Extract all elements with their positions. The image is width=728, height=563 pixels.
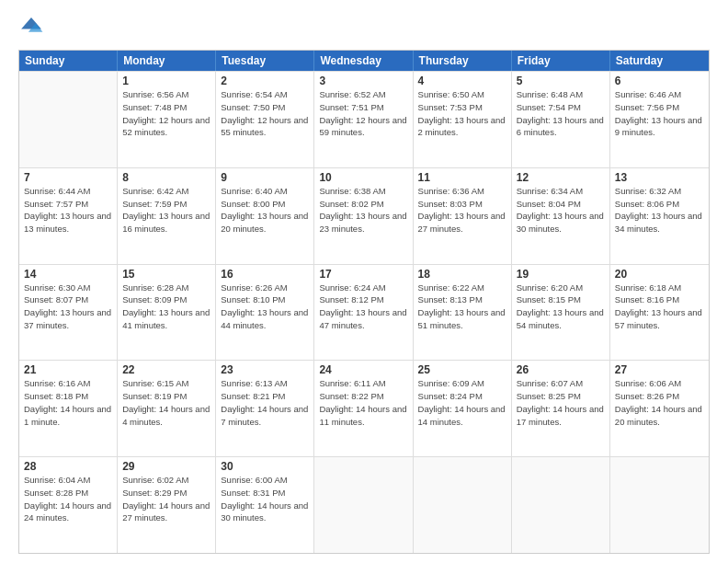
day-info: Sunrise: 6:02 AMSunset: 8:29 PMDaylight:… (122, 474, 210, 524)
calendar-cell: 2Sunrise: 6:54 AMSunset: 7:50 PMDaylight… (216, 72, 314, 167)
calendar-cell: 10Sunrise: 6:38 AMSunset: 8:02 PMDayligh… (314, 168, 413, 264)
day-info: Sunrise: 6:36 AMSunset: 8:03 PMDaylight:… (418, 185, 506, 236)
calendar-week: 7Sunrise: 6:44 AMSunset: 7:57 PMDaylight… (19, 167, 709, 264)
calendar-cell: 19Sunrise: 6:20 AMSunset: 8:15 PMDayligh… (512, 265, 610, 361)
calendar-cell-empty (512, 457, 610, 553)
day-number: 3 (319, 75, 407, 87)
day-info: Sunrise: 6:13 AMSunset: 8:21 PMDaylight:… (221, 377, 309, 428)
day-number: 10 (319, 171, 407, 184)
calendar-cell: 13Sunrise: 6:32 AMSunset: 8:06 PMDayligh… (610, 168, 709, 264)
calendar-week: 1Sunrise: 6:56 AMSunset: 7:48 PMDaylight… (19, 71, 709, 167)
day-info: Sunrise: 6:04 AMSunset: 8:28 PMDaylight:… (24, 474, 112, 524)
day-number: 6 (615, 75, 704, 87)
day-number: 24 (319, 363, 407, 376)
day-number: 11 (418, 171, 506, 184)
calendar: SundayMondayTuesdayWednesdayThursdayFrid… (18, 50, 710, 554)
calendar-body: 1Sunrise: 6:56 AMSunset: 7:48 PMDaylight… (19, 71, 709, 553)
calendar-cell: 14Sunrise: 6:30 AMSunset: 8:07 PMDayligh… (19, 265, 118, 361)
day-number: 14 (24, 268, 112, 281)
day-info: Sunrise: 6:42 AMSunset: 7:59 PMDaylight:… (122, 185, 210, 236)
logo (18, 15, 48, 40)
calendar-cell: 22Sunrise: 6:15 AMSunset: 8:19 PMDayligh… (118, 361, 216, 456)
day-info: Sunrise: 6:07 AMSunset: 8:25 PMDaylight:… (517, 377, 605, 428)
day-info: Sunrise: 6:22 AMSunset: 8:13 PMDaylight:… (418, 282, 506, 332)
calendar-cell: 30Sunrise: 6:00 AMSunset: 8:31 PMDayligh… (216, 457, 314, 553)
day-number: 8 (122, 171, 210, 184)
calendar-cell: 3Sunrise: 6:52 AMSunset: 7:51 PMDaylight… (314, 72, 413, 167)
day-info: Sunrise: 6:20 AMSunset: 8:15 PMDaylight:… (517, 282, 605, 332)
day-info: Sunrise: 6:34 AMSunset: 8:04 PMDaylight:… (517, 185, 605, 236)
calendar-cell: 25Sunrise: 6:09 AMSunset: 8:24 PMDayligh… (414, 361, 512, 456)
day-number: 27 (615, 363, 704, 376)
day-number: 12 (517, 171, 605, 184)
day-number: 28 (24, 460, 112, 473)
day-info: Sunrise: 6:56 AMSunset: 7:48 PMDaylight:… (122, 88, 210, 139)
day-number: 29 (122, 460, 210, 473)
day-number: 4 (418, 75, 506, 87)
calendar-cell: 28Sunrise: 6:04 AMSunset: 8:28 PMDayligh… (19, 457, 118, 553)
calendar-cell: 27Sunrise: 6:06 AMSunset: 8:26 PMDayligh… (610, 361, 709, 456)
day-number: 13 (615, 171, 704, 184)
calendar-cell-empty (19, 72, 118, 167)
calendar-week: 14Sunrise: 6:30 AMSunset: 8:07 PMDayligh… (19, 264, 709, 361)
calendar-cell: 4Sunrise: 6:50 AMSunset: 7:53 PMDaylight… (414, 72, 512, 167)
calendar-cell: 12Sunrise: 6:34 AMSunset: 8:04 PMDayligh… (512, 168, 610, 264)
calendar-cell: 15Sunrise: 6:28 AMSunset: 8:09 PMDayligh… (118, 265, 216, 361)
day-info: Sunrise: 6:44 AMSunset: 7:57 PMDaylight:… (24, 185, 112, 236)
day-info: Sunrise: 6:24 AMSunset: 8:12 PMDaylight:… (319, 282, 407, 332)
day-number: 25 (418, 363, 506, 376)
day-info: Sunrise: 6:11 AMSunset: 8:22 PMDaylight:… (319, 377, 407, 428)
calendar-header-cell: Saturday (610, 51, 709, 71)
header (18, 15, 710, 40)
calendar-cell: 11Sunrise: 6:36 AMSunset: 8:03 PMDayligh… (414, 168, 512, 264)
calendar-cell: 5Sunrise: 6:48 AMSunset: 7:54 PMDaylight… (512, 72, 610, 167)
calendar-cell-empty (414, 457, 512, 553)
day-number: 22 (122, 363, 210, 376)
calendar-cell: 1Sunrise: 6:56 AMSunset: 7:48 PMDaylight… (118, 72, 216, 167)
day-info: Sunrise: 6:30 AMSunset: 8:07 PMDaylight:… (24, 282, 112, 332)
day-number: 7 (24, 171, 112, 184)
day-number: 5 (517, 75, 605, 87)
calendar-header-cell: Friday (512, 51, 610, 71)
calendar-cell: 20Sunrise: 6:18 AMSunset: 8:16 PMDayligh… (610, 265, 709, 361)
logo-icon (18, 15, 44, 40)
day-number: 26 (517, 363, 605, 376)
calendar-header-cell: Sunday (19, 51, 118, 71)
day-number: 18 (418, 268, 506, 281)
day-number: 19 (517, 268, 605, 281)
day-number: 16 (221, 268, 309, 281)
calendar-header-cell: Monday (118, 51, 216, 71)
calendar-cell: 9Sunrise: 6:40 AMSunset: 8:00 PMDaylight… (216, 168, 314, 264)
day-number: 23 (221, 363, 309, 376)
day-info: Sunrise: 6:18 AMSunset: 8:16 PMDaylight:… (615, 282, 704, 332)
day-info: Sunrise: 6:54 AMSunset: 7:50 PMDaylight:… (221, 88, 309, 139)
day-info: Sunrise: 6:09 AMSunset: 8:24 PMDaylight:… (418, 377, 506, 428)
calendar-header-cell: Wednesday (314, 51, 413, 71)
day-info: Sunrise: 6:48 AMSunset: 7:54 PMDaylight:… (517, 88, 605, 139)
calendar-cell: 26Sunrise: 6:07 AMSunset: 8:25 PMDayligh… (512, 361, 610, 456)
calendar-cell-empty (314, 457, 413, 553)
calendar-header-cell: Tuesday (216, 51, 314, 71)
calendar-cell-empty (610, 457, 709, 553)
calendar-week: 28Sunrise: 6:04 AMSunset: 8:28 PMDayligh… (19, 456, 709, 553)
day-info: Sunrise: 6:46 AMSunset: 7:56 PMDaylight:… (615, 88, 704, 139)
calendar-cell: 29Sunrise: 6:02 AMSunset: 8:29 PMDayligh… (118, 457, 216, 553)
calendar-cell: 16Sunrise: 6:26 AMSunset: 8:10 PMDayligh… (216, 265, 314, 361)
day-number: 21 (24, 363, 112, 376)
day-number: 15 (122, 268, 210, 281)
day-info: Sunrise: 6:15 AMSunset: 8:19 PMDaylight:… (122, 377, 210, 428)
day-info: Sunrise: 6:16 AMSunset: 8:18 PMDaylight:… (24, 377, 112, 428)
day-number: 17 (319, 268, 407, 281)
day-info: Sunrise: 6:38 AMSunset: 8:02 PMDaylight:… (319, 185, 407, 236)
day-info: Sunrise: 6:06 AMSunset: 8:26 PMDaylight:… (615, 377, 704, 428)
calendar-cell: 23Sunrise: 6:13 AMSunset: 8:21 PMDayligh… (216, 361, 314, 456)
day-info: Sunrise: 6:00 AMSunset: 8:31 PMDaylight:… (221, 474, 309, 524)
day-number: 9 (221, 171, 309, 184)
calendar-cell: 21Sunrise: 6:16 AMSunset: 8:18 PMDayligh… (19, 361, 118, 456)
day-number: 2 (221, 75, 309, 87)
calendar-cell: 17Sunrise: 6:24 AMSunset: 8:12 PMDayligh… (314, 265, 413, 361)
day-info: Sunrise: 6:40 AMSunset: 8:00 PMDaylight:… (221, 185, 309, 236)
calendar-cell: 8Sunrise: 6:42 AMSunset: 7:59 PMDaylight… (118, 168, 216, 264)
day-info: Sunrise: 6:52 AMSunset: 7:51 PMDaylight:… (319, 88, 407, 139)
calendar-header-cell: Thursday (414, 51, 512, 71)
